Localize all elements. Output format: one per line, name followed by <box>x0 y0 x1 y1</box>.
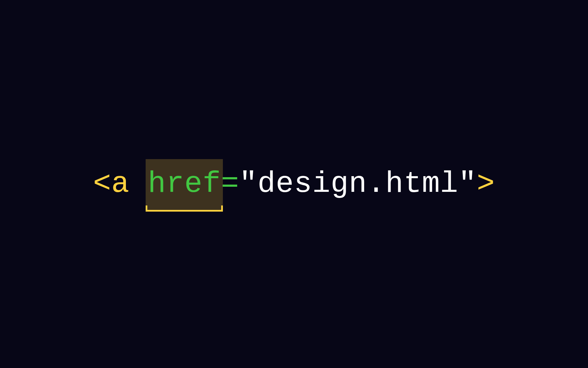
code-tag-name: a <box>111 166 130 202</box>
code-bracket-close: > <box>477 166 495 202</box>
code-attr-name: href <box>148 166 221 202</box>
code-line: <a href="design.html"> <box>93 166 495 202</box>
code-attr-value: "design.html" <box>239 166 477 202</box>
code-bracket-open: < <box>93 166 111 202</box>
code-equals: = <box>221 166 239 202</box>
code-space <box>130 166 148 202</box>
